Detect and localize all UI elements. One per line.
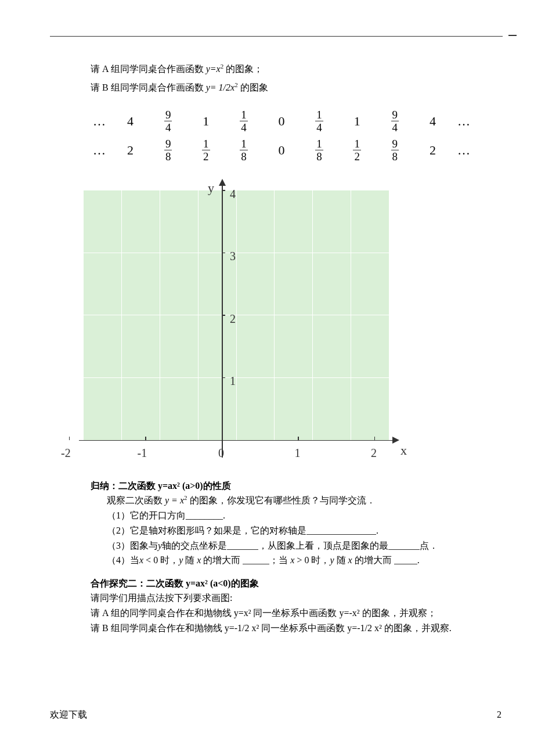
question-3: （3）图象与y轴的交点坐标是，从图象上看，顶点是图象的最点．: [91, 538, 484, 553]
table-cell: 2: [414, 140, 452, 160]
section-title-2: 合作探究二：二次函数 y=ax² (a<0)的图象: [91, 576, 484, 591]
tick: [374, 437, 376, 440]
text: ，从图象上看，顶点是图象的最: [258, 541, 388, 550]
table-row-2: …298121801812982…: [87, 136, 476, 165]
section-exploration-2: 合作探究二：二次函数 y=ax² (a<0)的图象 请同学们用描点法按下列要求画…: [91, 576, 484, 635]
tick: [145, 437, 146, 440]
text: 的图象；: [223, 64, 263, 74]
table-cell: …: [452, 111, 476, 131]
text: 请 B 组同学同桌合作画函数: [91, 82, 206, 92]
text: 随: [334, 555, 348, 565]
question-2: （2）它是轴对称图形吗？如果是，它的对称轴是.: [91, 523, 484, 538]
question-4: （4）当x < 0 时，y 随 x 的增大而 ；当 x > 0 时，y 随 x …: [91, 553, 484, 568]
tick: [69, 437, 70, 440]
x-tick-label: -1: [138, 444, 147, 462]
task-line-b: 请 B 组同学同桌合作画函数 y= 1/2x2 的图象: [91, 80, 484, 95]
table-cell: 12: [187, 138, 225, 162]
table-cell: 0: [262, 140, 300, 160]
fx: y = x: [165, 496, 184, 506]
table-cell: 12: [338, 138, 376, 162]
y-axis-arrow-icon: [219, 179, 226, 186]
table-cell: …: [87, 111, 111, 131]
grid-line: [84, 377, 389, 378]
text: ；当: [269, 555, 290, 565]
table-cell: 98: [149, 138, 187, 162]
tick: [222, 315, 225, 316]
section-title: 归纳：二次函数 y=ax² (a>0)的性质: [91, 478, 484, 494]
text: 点．: [420, 541, 438, 550]
fx-a: y=x: [206, 64, 221, 74]
grid-line: [84, 315, 389, 315]
instruction-line-a: 请 A 组的同学同桌合作在和抛物线 y=x² 同一坐标系中画函数 y=-x² 的…: [91, 606, 484, 621]
y-var: y: [330, 555, 334, 565]
text: 请 A 组同学同桌合作画函数: [91, 64, 206, 74]
table-cell: 94: [376, 109, 414, 133]
instruction-line: 请同学们用描点法按下列要求画图:: [91, 591, 484, 606]
blank-field[interactable]: [243, 556, 269, 564]
table-cell: 4: [111, 111, 149, 131]
blank-field[interactable]: [394, 556, 417, 564]
y-tick-label: 3: [230, 247, 236, 265]
observation-line: 观察二次函数 y = x2 的图象，你发现它有哪些性质？与同学交流．: [91, 493, 484, 508]
text: .: [376, 525, 378, 535]
footer-text: 欢迎下载: [50, 707, 87, 722]
question-1: （1）它的开口方向________.: [91, 508, 484, 523]
task-line-a: 请 A 组同学同桌合作画函数 y=x2 的图象；: [91, 62, 484, 77]
value-table: …4941140141944… …298121801812982…: [87, 107, 476, 165]
text: （4）当: [107, 555, 139, 565]
table-row-1: …4941140141944…: [87, 107, 476, 136]
y-axis: [222, 182, 223, 458]
y-tick-label: 4: [230, 185, 236, 203]
text: 的图象: [238, 82, 268, 92]
y-tick-label: 1: [230, 372, 236, 390]
page-number: 2: [497, 707, 501, 722]
text: < 0 时，: [143, 555, 179, 565]
header-dash: [508, 35, 517, 36]
x-var: x: [348, 555, 352, 565]
blank-field[interactable]: [227, 542, 258, 550]
table-cell: 18: [225, 138, 262, 162]
table-cell: 0: [262, 111, 300, 131]
table-cell: 18: [301, 138, 338, 162]
header-rule: [50, 36, 503, 37]
table-cell: 14: [225, 109, 262, 133]
text: （2）它是轴对称图形吗？如果是，它的对称轴是: [107, 525, 306, 535]
text: > 0 时，: [294, 555, 330, 565]
tick: [222, 377, 225, 379]
text: 的增大而: [352, 555, 394, 565]
table-cell: 14: [301, 109, 338, 133]
x-axis-arrow-icon: [392, 437, 399, 444]
table-cell: 4: [414, 111, 452, 131]
blank-field[interactable]: [306, 527, 376, 535]
text: 随: [183, 555, 197, 565]
fx-b: y= 1/2x: [206, 82, 234, 92]
coordinate-grid: y x -2-10121234: [68, 172, 411, 468]
x-axis: [79, 440, 395, 441]
x-tick-label: 0: [218, 444, 224, 462]
x-label: x: [400, 440, 407, 460]
x-tick-label: 1: [295, 444, 301, 462]
text: 的增大而: [201, 555, 243, 565]
page-content: 请 A 组同学同桌合作画函数 y=x2 的图象； 请 B 组同学同桌合作画函数 …: [0, 0, 534, 635]
tick: [222, 190, 225, 191]
y-tick-label: 2: [230, 309, 236, 328]
grid-line: [84, 253, 389, 253]
table-cell: …: [452, 140, 476, 160]
table-cell: …: [87, 140, 111, 160]
table-cell: 98: [376, 138, 414, 162]
text: （3）图象与: [107, 541, 158, 550]
tick: [298, 437, 299, 440]
table-cell: 1: [338, 111, 376, 131]
tick: [222, 253, 225, 254]
blank-field[interactable]: [388, 542, 420, 550]
section-summary: 归纳：二次函数 y=ax² (a>0)的性质 观察二次函数 y = x2 的图象…: [91, 478, 484, 568]
table-cell: 94: [149, 109, 187, 133]
table-cell: 1: [187, 111, 225, 131]
text: .: [417, 555, 420, 565]
table-cell: 2: [111, 140, 149, 160]
y-label: y: [208, 178, 214, 198]
text: 观察二次函数: [107, 496, 165, 506]
instruction-line-b: 请 B 组同学同桌合作在和抛物线 y=-1/2 x² 同一坐标系中画函数 y=-…: [91, 621, 484, 636]
x-tick-label: -2: [61, 444, 71, 462]
text: 轴的交点坐标是: [162, 541, 227, 550]
